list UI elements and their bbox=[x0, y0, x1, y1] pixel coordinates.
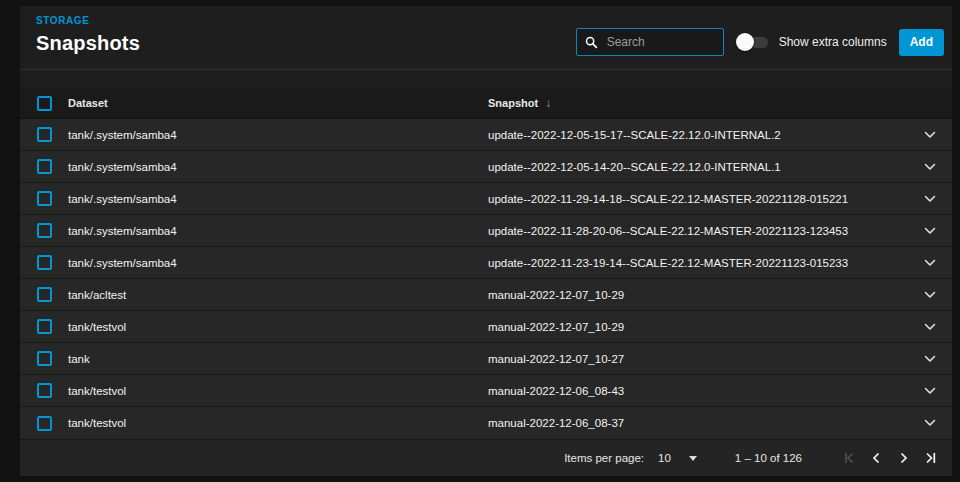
snapshot-cell: update--2022-11-23-19-14--SCALE-22.12-MA… bbox=[488, 257, 908, 269]
column-header-dataset[interactable]: Dataset bbox=[68, 97, 488, 109]
table-row[interactable]: tank/testvol manual-2022-12-06_08-43 bbox=[20, 375, 952, 407]
select-all-checkbox[interactable] bbox=[37, 96, 52, 111]
dataset-cell: tank/.system/samba4 bbox=[68, 225, 488, 237]
expand-row-icon[interactable] bbox=[921, 192, 939, 206]
column-header-snapshot[interactable]: Snapshot ↓ bbox=[488, 96, 908, 110]
snapshot-cell: update--2022-11-28-20-06--SCALE-22.12-MA… bbox=[488, 225, 908, 237]
snapshot-cell: update--2022-12-05-14-20--SCALE-22.12.0-… bbox=[488, 161, 908, 173]
dataset-cell: tank/.system/samba4 bbox=[68, 161, 488, 173]
dataset-cell: tank/testvol bbox=[68, 321, 488, 333]
previous-page-button[interactable] bbox=[863, 445, 890, 471]
snapshot-cell: manual-2022-12-06_08-37 bbox=[488, 417, 908, 429]
dataset-cell: tank/testvol bbox=[68, 417, 488, 429]
table-row[interactable]: tank/testvol manual-2022-12-07_10-29 bbox=[20, 311, 952, 343]
toolbar: Show extra columns Add bbox=[576, 28, 946, 56]
table-row[interactable]: tank/.system/samba4 update--2022-11-23-1… bbox=[20, 247, 952, 279]
snapshot-cell: manual-2022-12-07_10-27 bbox=[488, 353, 908, 365]
snapshot-cell: manual-2022-12-06_08-43 bbox=[488, 385, 908, 397]
search-input[interactable] bbox=[605, 34, 715, 50]
expand-row-icon[interactable] bbox=[921, 320, 939, 334]
breadcrumb[interactable]: STORAGE bbox=[36, 15, 140, 26]
snapshot-cell: manual-2022-12-07_10-29 bbox=[488, 321, 908, 333]
search-icon bbox=[585, 36, 598, 49]
table-header-row: Dataset Snapshot ↓ bbox=[20, 88, 952, 119]
row-checkbox[interactable] bbox=[37, 191, 52, 206]
dataset-cell: tank bbox=[68, 353, 488, 365]
snapshot-cell: update--2022-11-29-14-18--SCALE-22.12-MA… bbox=[488, 193, 908, 205]
table-row[interactable]: tank/.system/samba4 update--2022-11-28-2… bbox=[20, 215, 952, 247]
expand-row-icon[interactable] bbox=[921, 128, 939, 142]
expand-row-icon[interactable] bbox=[921, 160, 939, 174]
search-box[interactable] bbox=[576, 28, 724, 56]
table-row[interactable]: tank/.system/samba4 update--2022-12-05-1… bbox=[20, 151, 952, 183]
dataset-cell: tank/.system/samba4 bbox=[68, 257, 488, 269]
dataset-cell: tank/.system/samba4 bbox=[68, 129, 488, 141]
dataset-cell: tank/testvol bbox=[68, 385, 488, 397]
items-per-page-dropdown-icon[interactable] bbox=[689, 456, 697, 461]
add-button[interactable]: Add bbox=[899, 29, 944, 56]
page-range-label: 1 – 10 of 126 bbox=[735, 452, 802, 464]
items-per-page-value: 10 bbox=[658, 452, 671, 464]
dataset-cell: tank/acltest bbox=[68, 289, 488, 301]
snapshots-card: STORAGE Snapshots Show extra columns Add bbox=[20, 6, 952, 474]
page-header: STORAGE Snapshots Show extra columns Add bbox=[20, 6, 952, 70]
column-header-snapshot-label: Snapshot bbox=[488, 97, 538, 109]
last-page-button[interactable] bbox=[917, 445, 944, 471]
next-page-button[interactable] bbox=[890, 445, 917, 471]
row-checkbox[interactable] bbox=[37, 383, 52, 398]
table-row[interactable]: tank/.system/samba4 update--2022-12-05-1… bbox=[20, 119, 952, 151]
table-row[interactable]: tank manual-2022-12-07_10-27 bbox=[20, 343, 952, 375]
row-checkbox[interactable] bbox=[37, 319, 52, 334]
table-row[interactable]: tank/testvol manual-2022-12-06_08-37 bbox=[20, 407, 952, 439]
expand-row-icon[interactable] bbox=[921, 224, 939, 238]
row-checkbox[interactable] bbox=[37, 255, 52, 270]
extra-columns-toggle[interactable] bbox=[736, 32, 770, 52]
expand-row-icon[interactable] bbox=[921, 352, 939, 366]
pagination-buttons bbox=[836, 445, 944, 471]
sort-desc-icon: ↓ bbox=[545, 96, 551, 110]
first-page-button bbox=[836, 445, 863, 471]
row-checkbox[interactable] bbox=[37, 127, 52, 142]
header-table-spacer bbox=[20, 70, 952, 88]
page-title: Snapshots bbox=[36, 32, 140, 55]
snapshot-cell: manual-2022-12-07_10-29 bbox=[488, 289, 908, 301]
row-checkbox[interactable] bbox=[37, 159, 52, 174]
table-row[interactable]: tank/acltest manual-2022-12-07_10-29 bbox=[20, 279, 952, 311]
row-checkbox[interactable] bbox=[37, 416, 52, 431]
table-body: tank/.system/samba4 update--2022-12-05-1… bbox=[20, 119, 952, 439]
row-checkbox[interactable] bbox=[37, 287, 52, 302]
heading-block: STORAGE Snapshots bbox=[36, 15, 140, 55]
column-header-dataset-label: Dataset bbox=[68, 97, 108, 109]
snapshot-cell: update--2022-12-05-15-17--SCALE-22.12.0-… bbox=[488, 129, 908, 141]
items-per-page-label: Items per page: bbox=[564, 452, 644, 464]
row-checkbox[interactable] bbox=[37, 351, 52, 366]
dataset-cell: tank/.system/samba4 bbox=[68, 193, 488, 205]
expand-row-icon[interactable] bbox=[921, 288, 939, 302]
expand-row-icon[interactable] bbox=[921, 384, 939, 398]
row-checkbox[interactable] bbox=[37, 223, 52, 238]
table-row[interactable]: tank/.system/samba4 update--2022-11-29-1… bbox=[20, 183, 952, 215]
paginator: Items per page: 10 1 – 10 of 126 bbox=[20, 439, 952, 476]
expand-row-icon[interactable] bbox=[921, 256, 939, 270]
extra-columns-label: Show extra columns bbox=[779, 35, 887, 49]
toggle-knob bbox=[736, 33, 754, 51]
expand-row-icon[interactable] bbox=[921, 416, 939, 430]
